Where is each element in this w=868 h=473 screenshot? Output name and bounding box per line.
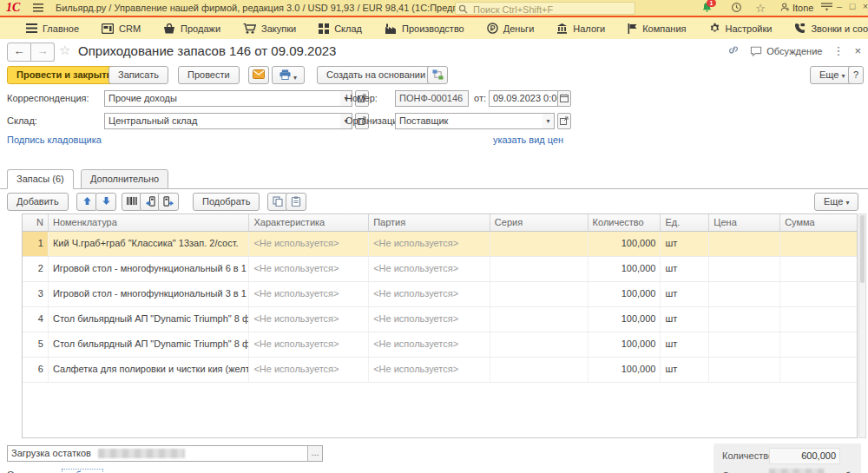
get-link-icon[interactable] xyxy=(727,44,740,57)
history-clock-icon[interactable] xyxy=(729,2,743,14)
sales-basket-icon xyxy=(163,23,175,34)
tab-bar: Запасы (6) Дополнительно xyxy=(0,169,868,189)
price-kind-link[interactable]: указать вид цен xyxy=(493,135,563,145)
search-icon xyxy=(458,4,468,14)
back-button[interactable]: ← xyxy=(7,43,31,62)
scrollbar-thumb[interactable] xyxy=(860,215,865,283)
tab-additional[interactable]: Дополнительно xyxy=(81,169,168,189)
inventory-table: N Номенклатура Характеристика Партия Сер… xyxy=(22,214,858,438)
more-dots-icon[interactable]: ⋮ xyxy=(832,44,844,57)
column-header-unit[interactable]: Ед. xyxy=(661,214,709,231)
warehouse-label: Склад: xyxy=(7,113,37,128)
taxes-emblem-icon xyxy=(556,23,568,34)
add-row-button[interactable]: Добавить xyxy=(7,193,69,211)
document-structure-button[interactable] xyxy=(427,66,448,84)
minimize-button[interactable]: – xyxy=(833,1,845,14)
move-up-button[interactable] xyxy=(76,193,97,211)
printer-icon xyxy=(279,69,291,80)
post-and-close-button[interactable]: Провести и закрыть xyxy=(7,66,122,84)
document-nav-row: ← → ☆ Оприходование запасов 146 от 09.09… xyxy=(0,42,868,62)
menu-item-production[interactable]: Производство xyxy=(385,23,464,34)
create-based-on-button[interactable]: Создать на основании ▾ xyxy=(317,66,441,84)
dropdown-arrow-icon: ▾ xyxy=(845,199,849,207)
search-input[interactable] xyxy=(471,3,633,16)
notification-badge: 1 xyxy=(707,0,716,7)
organization-dropdown-button[interactable]: ▾ xyxy=(542,113,555,129)
menu-item-settings[interactable]: Настройки xyxy=(709,23,773,34)
column-header-nomenclature[interactable]: Номенклатура xyxy=(49,214,249,231)
move-down-button[interactable] xyxy=(95,193,116,211)
menu-item-money[interactable]: Деньги xyxy=(487,23,535,34)
column-header-sum[interactable]: Сумма xyxy=(780,214,857,231)
number-input[interactable]: ПОНФ-000146 xyxy=(395,90,469,107)
menu-item-calls[interactable]: Звонки и сообщения xyxy=(794,23,868,34)
table-row[interactable]: 4 Стол бильярдный АП "Dynamic Triumph" 8… xyxy=(23,307,857,332)
warehouse-grid-icon xyxy=(319,23,329,34)
close-document-button[interactable]: × xyxy=(854,44,861,57)
column-header-characteristic[interactable]: Характеристика xyxy=(249,214,369,231)
menu-item-main[interactable]: Главное xyxy=(26,23,79,34)
discussion-icon xyxy=(750,46,762,56)
column-header-series[interactable]: Серия xyxy=(490,214,589,231)
menu-item-crm[interactable]: CRM xyxy=(102,23,141,34)
calendar-button[interactable] xyxy=(557,90,571,107)
column-header-batch[interactable]: Партия xyxy=(369,214,490,231)
table-row[interactable]: 3 Игровой стол - многофункциональный 3 в… xyxy=(23,282,857,307)
vertical-scrollbar[interactable] xyxy=(858,214,866,438)
table-row[interactable]: 2 Игровой стол - многофункциональный 6 в… xyxy=(23,257,857,282)
column-header-price[interactable]: Цена xyxy=(709,214,780,231)
menu-item-taxes[interactable]: Налоги xyxy=(556,23,605,34)
menu-item-purchases[interactable]: Закупки xyxy=(243,23,296,34)
service-menu-icon[interactable] xyxy=(819,2,833,14)
table-more-button[interactable]: Еще ▾ xyxy=(814,193,858,211)
notifications-bell-icon[interactable]: 1 xyxy=(700,2,713,14)
help-button[interactable]: ? xyxy=(848,66,864,84)
copy-icon xyxy=(273,196,283,207)
scanner-unload-button[interactable] xyxy=(158,193,179,211)
correspondence-input[interactable]: Прочие доходы xyxy=(104,90,342,107)
basis-select-link[interactable]: выбрать xyxy=(62,469,104,473)
tab-inventory[interactable]: Запасы (6) xyxy=(7,169,74,189)
basis-label: Основание: xyxy=(7,470,58,473)
date-input[interactable]: 09.09.2023 0:00:00 xyxy=(489,90,558,107)
organization-open-button[interactable] xyxy=(557,113,571,129)
date-label: от: xyxy=(474,90,486,106)
terminal-upload-icon xyxy=(145,196,156,207)
load-balances-input[interactable]: Загрузка остатков ... xyxy=(7,445,323,462)
send-email-button[interactable] xyxy=(248,66,269,84)
barcode-icon xyxy=(127,196,138,206)
total-quantity-value: 600,000 xyxy=(769,448,840,464)
username[interactable]: Itone xyxy=(792,3,813,13)
table-row[interactable]: 6 Салфетка для полировки и чистки кия (ж… xyxy=(23,358,857,383)
action-bar: Провести и закрыть Записать Провести ▾ С… xyxy=(0,66,868,85)
storekeeper-signature-link[interactable]: Подпись кладовщика xyxy=(7,135,102,145)
column-header-quantity[interactable]: Количество xyxy=(589,214,661,231)
pick-items-button[interactable]: Подобрать xyxy=(193,193,260,211)
table-row[interactable]: 1 Кий Ч.граб+граб "Классика" 13зап. 2/со… xyxy=(23,232,857,257)
global-search[interactable] xyxy=(455,2,635,15)
main-hamburger-icon[interactable] xyxy=(33,3,43,14)
forward-button[interactable]: → xyxy=(31,43,55,62)
close-window-button[interactable]: × xyxy=(859,1,868,14)
discussion-button[interactable]: Обсуждение xyxy=(750,46,822,56)
save-button[interactable]: Записать xyxy=(108,66,168,84)
support-person-icon[interactable] xyxy=(778,2,792,14)
menu-item-warehouse[interactable]: Склад xyxy=(319,23,362,34)
organization-input[interactable]: Поставщик xyxy=(395,113,546,129)
favorites-star-icon[interactable]: ☆ xyxy=(753,2,767,14)
favorite-star-icon[interactable]: ☆ xyxy=(59,43,70,58)
censored-text xyxy=(98,449,185,458)
correspondence-label: Корреспонденция: xyxy=(7,90,89,106)
company-flag-icon xyxy=(628,23,637,34)
print-button[interactable]: ▾ xyxy=(272,66,305,84)
maximize-button[interactable]: □ xyxy=(846,1,858,14)
warehouse-input[interactable]: Центральный склад xyxy=(104,113,342,129)
table-row[interactable]: 5 Стол бильярдный АП "Dynamic Triumph" 8… xyxy=(23,332,857,358)
arrow-up-icon xyxy=(82,196,92,206)
menu-item-sales[interactable]: Продажи xyxy=(163,23,220,34)
paste-rows-button[interactable] xyxy=(286,193,306,211)
menu-item-company[interactable]: Компания xyxy=(628,23,686,34)
column-header-n[interactable]: N xyxy=(23,214,49,231)
ellipsis-button[interactable]: ... xyxy=(307,446,322,461)
post-button[interactable]: Провести xyxy=(178,66,240,84)
